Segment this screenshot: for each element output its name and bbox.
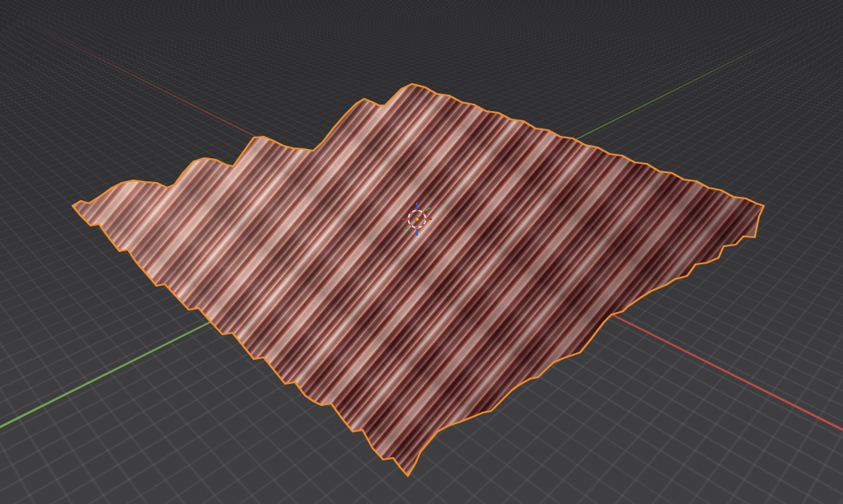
3d-viewport[interactable] — [0, 0, 843, 504]
origin-dot — [414, 217, 419, 221]
3d-cursor[interactable] — [0, 0, 843, 504]
cursor-tick-y-pos — [425, 208, 430, 211]
cursor-tick-y-neg — [404, 227, 409, 231]
